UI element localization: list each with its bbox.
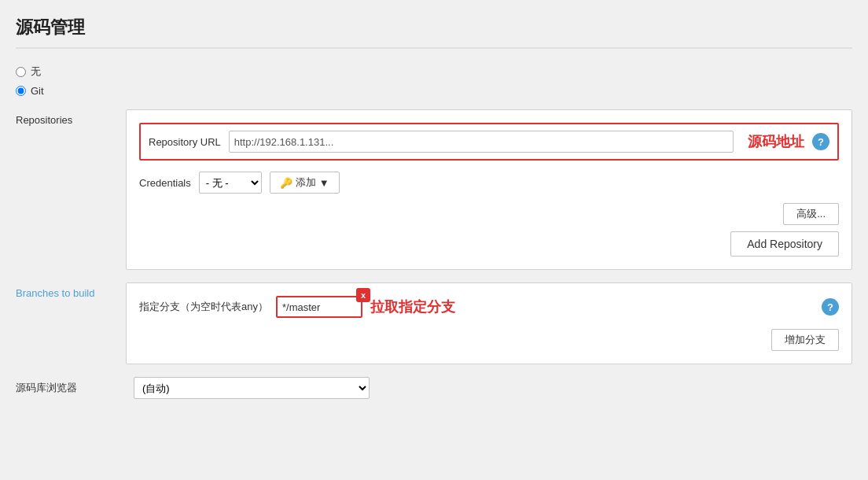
radio-none[interactable] — [16, 67, 26, 77]
repo-annotation: 源码地址 — [748, 132, 804, 151]
repositories-section: Repositories Repository URL 源码地址 ? Crede… — [16, 109, 852, 270]
branches-section: Branches to build 指定分支（为空时代表any） x 拉取指定分… — [16, 282, 852, 364]
repo-url-label: Repository URL — [149, 136, 221, 148]
add-dropdown-arrow: ▼ — [319, 177, 329, 189]
radio-group: 无 Git — [16, 65, 852, 97]
source-browser-label: 源码库浏览器 — [16, 381, 126, 395]
branch-close-button[interactable]: x — [356, 288, 370, 302]
branch-annotation: 拉取指定分支 — [370, 297, 455, 316]
add-btn-label: 添加 — [296, 175, 316, 190]
radio-git[interactable] — [16, 86, 26, 96]
add-branch-button[interactable]: 增加分支 — [771, 329, 839, 351]
radio-item-git[interactable]: Git — [16, 85, 852, 97]
branch-help-button[interactable]: ? — [822, 298, 839, 316]
add-repo-btn-row: Add Repository — [139, 231, 839, 257]
branches-content: 指定分支（为空时代表any） x 拉取指定分支 ? 增加分支 — [126, 282, 852, 364]
add-credentials-button[interactable]: 🔑 添加 ▼ — [270, 172, 340, 194]
radio-none-label[interactable]: 无 — [31, 65, 41, 79]
radio-git-label[interactable]: Git — [31, 85, 44, 97]
source-browser-select[interactable]: (自动) — [134, 377, 370, 399]
add-branch-btn-row: 增加分支 — [139, 329, 839, 351]
branches-label: Branches to build — [16, 282, 126, 299]
repo-btn-row: 高级... — [139, 203, 839, 225]
credentials-label: Credentials — [139, 177, 191, 189]
repositories-content: Repository URL 源码地址 ? Credentials - 无 - … — [126, 109, 852, 270]
branch-row: 指定分支（为空时代表any） x 拉取指定分支 ? — [139, 296, 839, 318]
radio-item-none[interactable]: 无 — [16, 65, 852, 79]
repositories-label: Repositories — [16, 109, 126, 126]
add-repository-button[interactable]: Add Repository — [730, 231, 839, 257]
repo-help-button[interactable]: ? — [812, 133, 829, 150]
credentials-row: Credentials - 无 - 🔑 添加 ▼ — [139, 172, 839, 194]
repository-url-row: Repository URL 源码地址 ? — [139, 123, 839, 161]
page-title: 源码管理 — [16, 16, 852, 49]
repo-url-input[interactable] — [229, 131, 734, 153]
key-icon: 🔑 — [280, 177, 292, 189]
branch-field-label: 指定分支（为空时代表any） — [139, 300, 268, 314]
branch-input[interactable] — [276, 296, 362, 318]
branch-input-wrapper: x — [276, 296, 362, 318]
source-browser-section: 源码库浏览器 (自动) — [16, 377, 852, 399]
advanced-button[interactable]: 高级... — [783, 203, 839, 225]
credentials-select[interactable]: - 无 - — [199, 172, 262, 194]
